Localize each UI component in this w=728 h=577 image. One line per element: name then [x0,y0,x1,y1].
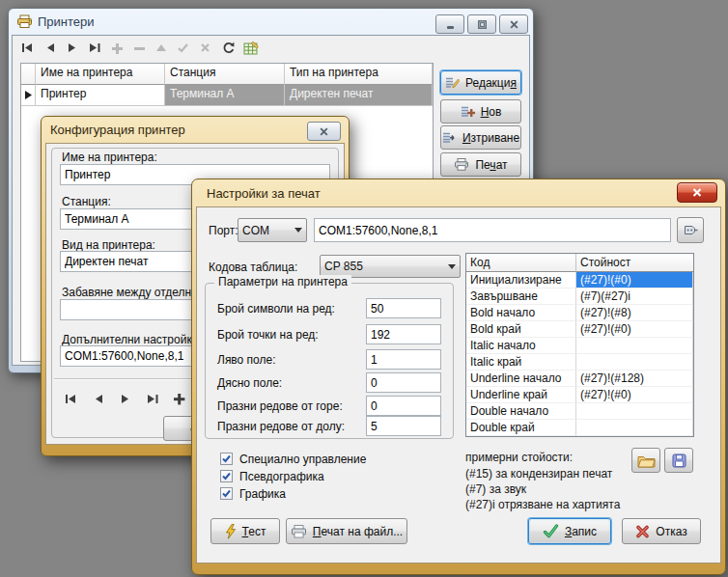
table-row[interactable]: Underline начало(#27)!(#128) [466,371,693,387]
grid-header-name[interactable]: Име на принтера [36,64,165,85]
settings-titlebar[interactable]: Настройки за печат [196,179,721,206]
value-cell[interactable] [576,420,693,436]
close-button[interactable] [677,182,717,203]
value-column-header[interactable]: Стойност [576,254,693,272]
test-button[interactable]: Тест [210,518,280,544]
insert-record-icon[interactable] [109,41,124,54]
value-cell[interactable]: (#27)!(#128) [576,371,693,387]
value-cell[interactable] [576,354,693,371]
code-cell[interactable]: Italic край [466,354,576,371]
table-row[interactable]: Double начало [466,403,693,420]
blank-lines-top-input[interactable] [366,396,441,416]
cancel-button[interactable]: Отказ [622,518,701,544]
value-cell[interactable]: (#27)!(#0) [576,272,693,288]
maximize-button[interactable] [467,14,496,34]
code-cell[interactable]: Italic начало [466,338,576,354]
table-row[interactable]: Italic край [466,354,693,371]
dots-per-line-input[interactable] [366,324,441,344]
pseudographics-checkbox[interactable] [220,470,233,482]
grid-row[interactable]: Принтер Терминал А Директен печат [21,85,433,106]
first-record-icon[interactable] [20,41,35,54]
code-cell[interactable]: Double начало [466,403,576,420]
table-row[interactable]: Double край [466,420,693,436]
grid-header-station[interactable]: Станция [165,64,285,85]
special-control-checkbox[interactable] [220,453,233,465]
next-record-icon[interactable] [65,41,79,54]
print-to-file-button[interactable]: Печат на файл... [286,518,407,544]
table-row[interactable]: Underline край(#27)!(#0) [466,387,693,403]
folder-icon [637,453,656,468]
value-cell[interactable] [576,403,693,420]
graphics-checkbox[interactable] [220,487,233,500]
code-cell[interactable]: Underline край [466,387,576,403]
delete-record-icon[interactable] [131,41,146,54]
new-button[interactable]: Нов [440,99,521,124]
load-from-file-button[interactable] [631,448,660,473]
port-setup-button[interactable] [677,217,704,243]
table-row[interactable]: Italic начало [466,338,693,354]
printer-app-icon [16,14,33,29]
code-cell[interactable]: Double край [466,420,576,436]
insert-record-icon[interactable] [172,393,186,405]
grid-export-icon[interactable] [242,41,260,54]
grid-cell-station[interactable]: Терминал А [165,85,285,106]
save-button[interactable]: Запис [528,518,611,544]
close-button[interactable] [499,14,528,34]
grid-cell-name[interactable]: Принтер [36,85,165,106]
value-cell[interactable]: (#27)!(#0) [576,387,693,403]
minimize-button[interactable] [435,14,464,34]
printers-titlebar[interactable]: Принтери [12,9,530,35]
grid-cell-type[interactable]: Директен печат [285,85,433,106]
value-cell[interactable]: (#27)!(#8) [576,305,693,321]
edit-record-icon[interactable] [154,41,168,54]
table-row[interactable]: Завършване(#7)(#27)i [466,288,693,305]
right-margin-input[interactable] [366,372,441,393]
refresh-icon[interactable] [220,41,235,54]
save-to-file-button[interactable] [664,448,693,473]
code-cell[interactable]: Завършване [466,288,576,305]
group-title: Параметри на принтера [214,275,351,288]
post-edit-icon[interactable] [176,41,190,54]
port-label: Порт: [209,224,238,237]
prior-record-icon[interactable] [91,393,105,405]
first-record-icon[interactable] [64,393,78,405]
code-cell[interactable]: Инициализиране [466,272,576,288]
value-cell[interactable]: (#7)(#27)i [576,288,693,305]
left-margin-label: Ляво поле: [217,353,276,367]
close-button[interactable] [307,122,341,141]
blank-lines-bottom-input[interactable] [366,416,441,436]
table-row[interactable]: Bold начало(#27)!(#8) [466,305,693,321]
code-cell[interactable]: Underline начало [466,371,576,387]
value-cell[interactable]: (#27)!(#0) [576,321,693,338]
last-record-icon[interactable] [87,41,101,54]
port-combo[interactable]: COM [238,218,307,242]
table-row[interactable]: Инициализиране(#27)!(#0) [466,272,693,288]
save-button-label: Запис [565,525,597,538]
left-margin-input[interactable] [366,349,441,370]
value-cell[interactable] [576,338,693,354]
code-cell[interactable]: Bold начало [466,305,576,321]
test-button-label: Тест [242,525,266,538]
code-column-header[interactable]: Код [466,254,576,272]
table-row[interactable]: Bold край(#27)!(#0) [466,321,693,338]
window-title: Конфигурация принтер [50,123,185,137]
connection-string-input[interactable] [314,218,671,242]
delete-button[interactable]: Изтриване [440,125,521,150]
edit-button[interactable]: Редакция [440,70,521,95]
cancel-edit-icon[interactable] [198,41,212,54]
next-record-icon[interactable] [118,393,132,405]
code-cell[interactable]: Bold край [466,321,576,338]
window-title: Принтери [38,14,95,29]
window-title: Настройки за печат [207,186,321,201]
prior-record-icon[interactable] [42,41,57,54]
print-button[interactable]: Печат [440,152,521,177]
last-record-icon[interactable] [145,393,159,405]
config-titlebar[interactable]: Конфигурация принтер [45,117,345,143]
print-settings-window: Настройки за печат Порт: COM Кодова табл… [191,179,726,575]
chars-per-line-input[interactable] [366,298,441,318]
codes-table-header: Код Стойност [466,254,693,272]
floppy-disk-icon [672,453,686,468]
printer-name-label: Име на принтера: [62,151,157,164]
delete-button-icon [442,131,457,144]
grid-header-type[interactable]: Тип на принтера [285,64,433,85]
